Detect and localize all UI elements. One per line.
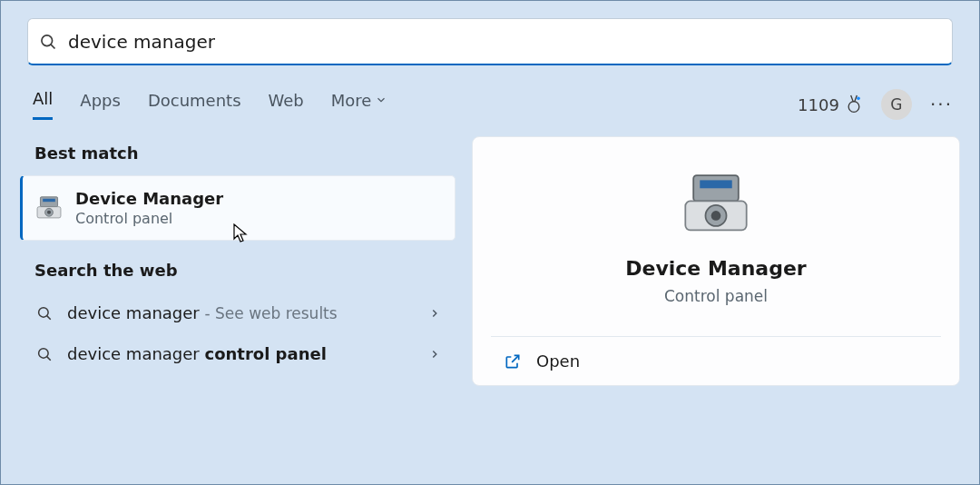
points-value: 1109 xyxy=(798,95,839,114)
svg-point-2 xyxy=(848,102,859,113)
open-action[interactable]: Open xyxy=(491,337,941,385)
tab-web[interactable]: Web xyxy=(269,89,304,120)
device-manager-icon xyxy=(35,194,63,222)
svg-point-11 xyxy=(39,348,49,358)
best-match-result[interactable]: Device Manager Control panel xyxy=(20,175,456,241)
svg-point-8 xyxy=(47,211,51,214)
search-icon xyxy=(36,346,53,362)
svg-line-12 xyxy=(47,356,51,360)
svg-point-17 xyxy=(711,211,721,221)
tab-documents[interactable]: Documents xyxy=(148,89,241,120)
section-title-search-web: Search the web xyxy=(34,261,456,280)
best-match-subtitle: Control panel xyxy=(75,210,223,227)
svg-rect-13 xyxy=(693,175,739,201)
svg-line-18 xyxy=(512,355,519,362)
user-avatar[interactable]: G xyxy=(881,89,912,120)
svg-line-10 xyxy=(47,315,51,319)
search-box[interactable] xyxy=(27,18,953,65)
svg-rect-14 xyxy=(700,180,731,188)
section-title-best-match: Best match xyxy=(34,144,456,163)
chevron-right-icon xyxy=(428,348,441,361)
svg-line-1 xyxy=(51,44,55,48)
details-pane: Device Manager Control panel Open xyxy=(472,136,960,386)
device-manager-icon-large xyxy=(681,172,751,241)
search-tabs: All Apps Documents Web More xyxy=(33,89,387,120)
chevron-right-icon xyxy=(428,307,441,320)
open-label: Open xyxy=(536,351,580,371)
tab-all[interactable]: All xyxy=(33,89,53,120)
search-input[interactable] xyxy=(68,31,941,53)
web-result-2[interactable]: device manager control panel xyxy=(20,333,456,374)
web-result-1[interactable]: device manager - See web results xyxy=(20,292,456,333)
svg-point-0 xyxy=(42,35,53,45)
tab-more-label: More xyxy=(331,91,372,110)
search-icon xyxy=(39,33,57,51)
tab-apps[interactable]: Apps xyxy=(80,89,121,120)
details-subtitle: Control panel xyxy=(491,287,941,305)
rewards-medal-icon xyxy=(845,94,863,115)
svg-rect-5 xyxy=(43,199,55,202)
chevron-down-icon xyxy=(375,94,387,106)
web-result-2-label: device manager control panel xyxy=(67,344,414,363)
svg-point-9 xyxy=(39,307,49,317)
svg-point-3 xyxy=(857,97,860,101)
web-result-1-label: device manager - See web results xyxy=(67,303,414,322)
open-external-icon xyxy=(504,352,522,371)
best-match-title: Device Manager xyxy=(75,189,223,208)
search-icon xyxy=(36,305,53,322)
svg-rect-4 xyxy=(40,197,57,207)
mouse-cursor-icon xyxy=(233,223,250,243)
rewards-points[interactable]: 1109 xyxy=(798,94,863,115)
more-menu-button[interactable]: ··· xyxy=(930,94,953,115)
tab-more[interactable]: More xyxy=(331,89,388,120)
details-title: Device Manager xyxy=(491,257,941,280)
